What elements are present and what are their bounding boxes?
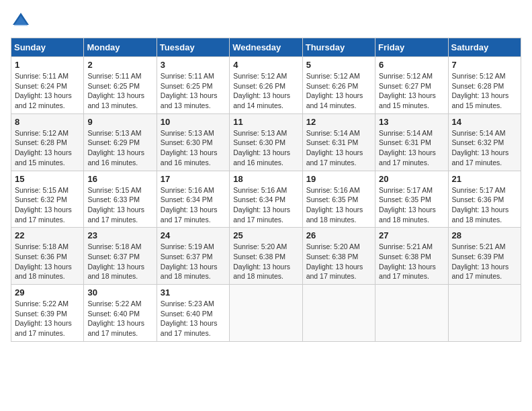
calendar-cell: 4 Sunrise: 5:12 AMSunset: 6:26 PMDayligh… [230, 57, 302, 114]
day-info: Sunrise: 5:11 AMSunset: 6:24 PMDaylight:… [15, 72, 72, 109]
day-number: 31 [161, 287, 226, 298]
day-info: Sunrise: 5:13 AMSunset: 6:30 PMDaylight:… [233, 129, 290, 167]
calendar-cell: 22 Sunrise: 5:18 AMSunset: 6:36 PMDaylig… [11, 228, 84, 285]
calendar-cell: 10 Sunrise: 5:13 AMSunset: 6:30 PMDaylig… [157, 113, 229, 171]
day-info: Sunrise: 5:14 AMSunset: 6:32 PMDaylight:… [452, 129, 509, 167]
day-info: Sunrise: 5:13 AMSunset: 6:30 PMDaylight:… [161, 129, 218, 167]
day-number: 18 [233, 174, 298, 184]
day-number: 24 [161, 230, 226, 240]
day-info: Sunrise: 5:16 AMSunset: 6:34 PMDaylight:… [233, 186, 290, 224]
day-number: 26 [306, 230, 371, 240]
header [11, 11, 521, 31]
day-info: Sunrise: 5:17 AMSunset: 6:36 PMDaylight:… [452, 186, 509, 224]
calendar-cell: 31 Sunrise: 5:23 AMSunset: 6:40 PMDaylig… [157, 285, 229, 342]
day-number: 4 [233, 60, 298, 70]
day-number: 27 [379, 230, 444, 240]
calendar-cell: 20 Sunrise: 5:17 AMSunset: 6:35 PMDaylig… [375, 171, 448, 228]
day-number: 16 [87, 174, 152, 184]
calendar-cell: 18 Sunrise: 5:16 AMSunset: 6:34 PMDaylig… [230, 171, 302, 228]
calendar-cell: 5 Sunrise: 5:12 AMSunset: 6:26 PMDayligh… [302, 57, 375, 114]
calendar-week-row: 29 Sunrise: 5:22 AMSunset: 6:39 PMDaylig… [11, 285, 521, 342]
day-info: Sunrise: 5:21 AMSunset: 6:38 PMDaylight:… [379, 242, 436, 280]
column-header-tuesday: Tuesday [157, 38, 229, 57]
calendar-week-row: 1 Sunrise: 5:11 AMSunset: 6:24 PMDayligh… [11, 57, 521, 114]
day-number: 12 [306, 117, 371, 127]
calendar-cell: 30 Sunrise: 5:22 AMSunset: 6:40 PMDaylig… [84, 285, 157, 342]
calendar-cell [302, 285, 375, 342]
day-number: 10 [161, 117, 226, 127]
column-header-sunday: Sunday [11, 38, 84, 57]
day-number: 9 [87, 117, 152, 127]
calendar-cell: 3 Sunrise: 5:11 AMSunset: 6:25 PMDayligh… [157, 57, 229, 114]
calendar-cell [230, 285, 302, 342]
calendar-cell: 28 Sunrise: 5:21 AMSunset: 6:39 PMDaylig… [448, 228, 521, 285]
day-info: Sunrise: 5:16 AMSunset: 6:34 PMDaylight:… [161, 186, 218, 224]
day-number: 8 [15, 117, 80, 127]
day-number: 1 [15, 60, 80, 70]
day-number: 28 [452, 230, 517, 240]
day-info: Sunrise: 5:17 AMSunset: 6:35 PMDaylight:… [379, 186, 436, 224]
day-info: Sunrise: 5:22 AMSunset: 6:39 PMDaylight:… [15, 300, 72, 337]
column-header-monday: Monday [84, 38, 157, 57]
day-info: Sunrise: 5:11 AMSunset: 6:25 PMDaylight:… [87, 72, 144, 109]
day-info: Sunrise: 5:21 AMSunset: 6:39 PMDaylight:… [452, 242, 509, 280]
calendar-cell: 17 Sunrise: 5:16 AMSunset: 6:34 PMDaylig… [157, 171, 229, 228]
logo-icon [11, 11, 31, 31]
day-number: 17 [161, 174, 226, 184]
day-info: Sunrise: 5:18 AMSunset: 6:37 PMDaylight:… [87, 242, 144, 280]
day-info: Sunrise: 5:11 AMSunset: 6:25 PMDaylight:… [161, 72, 218, 109]
day-info: Sunrise: 5:14 AMSunset: 6:31 PMDaylight:… [379, 129, 436, 167]
calendar-cell [375, 285, 448, 342]
day-number: 15 [15, 174, 80, 184]
day-number: 19 [306, 174, 371, 184]
day-number: 22 [15, 230, 80, 240]
calendar-cell: 23 Sunrise: 5:18 AMSunset: 6:37 PMDaylig… [84, 228, 157, 285]
day-info: Sunrise: 5:13 AMSunset: 6:29 PMDaylight:… [87, 129, 144, 167]
calendar-cell: 16 Sunrise: 5:15 AMSunset: 6:33 PMDaylig… [84, 171, 157, 228]
calendar-cell: 11 Sunrise: 5:13 AMSunset: 6:30 PMDaylig… [230, 113, 302, 171]
day-number: 5 [306, 60, 371, 70]
day-number: 7 [452, 60, 517, 70]
calendar-cell: 21 Sunrise: 5:17 AMSunset: 6:36 PMDaylig… [448, 171, 521, 228]
column-header-saturday: Saturday [448, 38, 521, 57]
calendar-cell: 8 Sunrise: 5:12 AMSunset: 6:28 PMDayligh… [11, 113, 84, 171]
calendar-cell: 1 Sunrise: 5:11 AMSunset: 6:24 PMDayligh… [11, 57, 84, 114]
calendar-cell: 19 Sunrise: 5:16 AMSunset: 6:35 PMDaylig… [302, 171, 375, 228]
calendar-cell [448, 285, 521, 342]
day-number: 3 [161, 60, 226, 70]
calendar-week-row: 8 Sunrise: 5:12 AMSunset: 6:28 PMDayligh… [11, 113, 521, 171]
day-info: Sunrise: 5:12 AMSunset: 6:26 PMDaylight:… [233, 72, 290, 109]
column-header-thursday: Thursday [302, 38, 375, 57]
column-header-wednesday: Wednesday [230, 38, 302, 57]
day-info: Sunrise: 5:15 AMSunset: 6:32 PMDaylight:… [15, 186, 72, 224]
day-info: Sunrise: 5:23 AMSunset: 6:40 PMDaylight:… [161, 300, 218, 337]
day-info: Sunrise: 5:20 AMSunset: 6:38 PMDaylight:… [306, 242, 363, 280]
day-info: Sunrise: 5:12 AMSunset: 6:26 PMDaylight:… [306, 72, 363, 109]
calendar-cell: 7 Sunrise: 5:12 AMSunset: 6:28 PMDayligh… [448, 57, 521, 114]
day-number: 21 [452, 174, 517, 184]
calendar-cell: 14 Sunrise: 5:14 AMSunset: 6:32 PMDaylig… [448, 113, 521, 171]
day-number: 6 [379, 60, 444, 70]
calendar-cell: 15 Sunrise: 5:15 AMSunset: 6:32 PMDaylig… [11, 171, 84, 228]
calendar-table: SundayMondayTuesdayWednesdayThursdayFrid… [11, 38, 521, 342]
day-info: Sunrise: 5:14 AMSunset: 6:31 PMDaylight:… [306, 129, 363, 167]
calendar-header-row: SundayMondayTuesdayWednesdayThursdayFrid… [11, 38, 521, 57]
day-number: 20 [379, 174, 444, 184]
day-info: Sunrise: 5:12 AMSunset: 6:27 PMDaylight:… [379, 72, 436, 109]
calendar-cell: 6 Sunrise: 5:12 AMSunset: 6:27 PMDayligh… [375, 57, 448, 114]
day-number: 23 [87, 230, 152, 240]
calendar-cell: 25 Sunrise: 5:20 AMSunset: 6:38 PMDaylig… [230, 228, 302, 285]
day-number: 11 [233, 117, 298, 127]
calendar-cell: 13 Sunrise: 5:14 AMSunset: 6:31 PMDaylig… [375, 113, 448, 171]
day-info: Sunrise: 5:20 AMSunset: 6:38 PMDaylight:… [233, 242, 290, 280]
day-number: 13 [379, 117, 444, 127]
calendar-cell: 29 Sunrise: 5:22 AMSunset: 6:39 PMDaylig… [11, 285, 84, 342]
logo [11, 11, 34, 31]
day-number: 29 [15, 287, 80, 298]
day-info: Sunrise: 5:15 AMSunset: 6:33 PMDaylight:… [87, 186, 144, 224]
day-number: 2 [87, 60, 152, 70]
calendar-cell: 27 Sunrise: 5:21 AMSunset: 6:38 PMDaylig… [375, 228, 448, 285]
calendar-cell: 24 Sunrise: 5:19 AMSunset: 6:37 PMDaylig… [157, 228, 229, 285]
day-info: Sunrise: 5:19 AMSunset: 6:37 PMDaylight:… [161, 242, 218, 280]
day-info: Sunrise: 5:12 AMSunset: 6:28 PMDaylight:… [452, 72, 509, 109]
